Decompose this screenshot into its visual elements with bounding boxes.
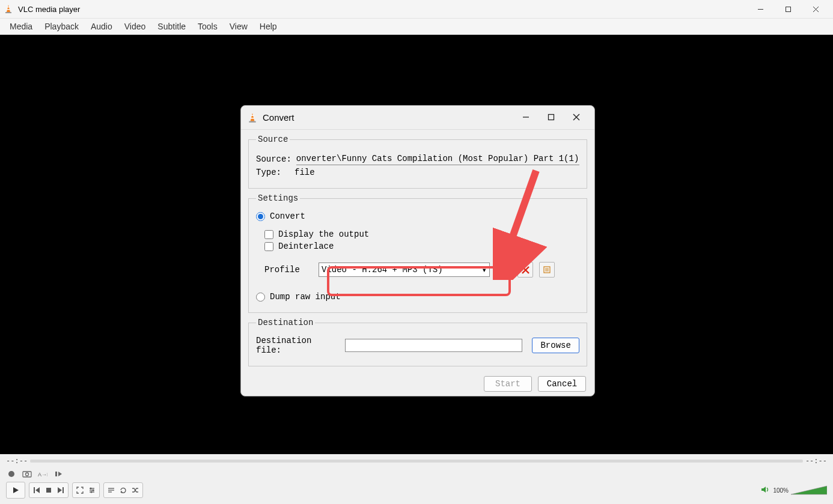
seek-slider[interactable] [30,460,803,463]
dialog-close-button[interactable] [568,112,585,123]
svg-marker-0 [7,5,10,12]
window-title: VLC media player [18,5,80,14]
source-group: Source Source: Type: file [248,135,587,189]
play-button[interactable] [6,482,25,499]
player-controls: A→B 100% [0,467,833,504]
minimize-icon [757,6,764,13]
start-button[interactable]: Start [484,376,532,392]
settings-legend: Settings [256,193,300,203]
extended-settings-button[interactable] [86,484,98,496]
profile-select[interactable]: Video - H.264 + MP3 (TS) ▾ [319,263,490,277]
deinterlace-checkbox[interactable] [264,242,273,251]
convert-radio[interactable] [256,212,265,221]
svg-point-8 [8,471,14,477]
svg-marker-29 [120,491,122,493]
dump-raw-radio[interactable] [256,293,265,302]
destination-file-label: Destination file: [256,336,340,355]
svg-rect-34 [249,121,255,122]
menu-view[interactable]: View [224,19,254,34]
svg-marker-14 [13,487,19,493]
play-icon [11,486,20,494]
svg-marker-13 [58,472,62,476]
vlc-cone-icon [4,4,13,14]
profile-label: Profile [264,265,313,275]
display-output-checkbox[interactable] [264,230,273,239]
delete-profile-button[interactable] [517,262,533,278]
svg-rect-3 [7,9,10,10]
close-icon [573,114,580,121]
menu-subtitle[interactable]: Subtitle [151,19,192,34]
convert-radio-label: Convert [270,211,305,221]
edit-profile-button[interactable] [496,262,511,278]
menu-tools[interactable]: Tools [192,19,224,34]
maximize-icon [548,114,555,121]
source-value[interactable] [296,153,579,165]
stop-button[interactable] [43,484,55,496]
snapshot-button[interactable] [22,469,32,479]
destination-group: Destination Destination file: Browse [248,318,587,366]
prev-button[interactable] [31,484,43,496]
cancel-button[interactable]: Cancel [538,376,586,392]
dialog-titlebar: Convert [241,106,594,130]
minimize-icon [522,114,529,121]
svg-rect-19 [63,487,64,493]
volume-percent: 100% [773,487,789,494]
dialog-footer: Start Cancel [241,371,594,396]
minimize-button[interactable] [746,0,774,18]
next-button[interactable] [55,484,67,496]
menu-media[interactable]: Media [4,19,38,34]
new-profile-button[interactable] [539,262,555,278]
display-output-label: Display the output [278,229,369,239]
destination-file-input[interactable] [345,339,522,352]
svg-marker-15 [35,487,40,493]
menu-video[interactable]: Video [118,19,152,34]
new-profile-icon [543,266,551,274]
vlc-cone-icon [247,112,258,123]
deinterlace-label: Deinterlace [278,241,334,251]
dump-raw-label: Dump raw input [270,292,341,302]
wrench-icon [499,266,508,275]
record-button[interactable] [6,469,17,479]
menu-playback[interactable]: Playback [38,19,85,34]
shuffle-button[interactable] [129,484,141,496]
svg-rect-38 [549,115,554,120]
loop-button[interactable] [117,484,129,496]
maximize-button[interactable] [774,0,802,18]
svg-marker-30 [761,487,766,493]
svg-point-25 [91,491,93,493]
svg-point-23 [90,488,92,490]
destination-legend: Destination [256,318,315,327]
x-icon [522,266,529,274]
profile-value: Video - H.264 + MP3 (TS) [322,265,443,275]
chevron-down-icon: ▾ [482,265,487,275]
titlebar: VLC media player [0,0,833,19]
fullscreen-button[interactable] [74,484,86,496]
speaker-icon[interactable] [761,485,770,496]
svg-rect-35 [251,115,254,116]
svg-point-24 [93,490,94,491]
svg-rect-5 [786,7,790,11]
volume-slider[interactable] [791,485,827,496]
svg-point-10 [26,473,29,476]
close-icon [813,6,819,13]
frame-step-button[interactable] [53,469,64,479]
time-total: --:-- [805,457,827,465]
playlist-button[interactable] [105,484,117,496]
close-button[interactable] [802,0,829,18]
atob-loop-button[interactable]: A→B [37,469,48,479]
source-label: Source: [256,154,291,164]
svg-rect-12 [55,472,57,476]
svg-rect-9 [23,472,31,477]
menubar: Media Playback Audio Video Subtitle Tool… [0,19,833,35]
dialog-maximize-button[interactable] [543,112,560,123]
dialog-minimize-button[interactable] [517,112,534,123]
time-elapsed: --:-- [6,457,28,465]
convert-dialog: Convert Source Source: Type: file Settin… [240,105,595,396]
browse-button[interactable]: Browse [532,338,579,353]
menu-help[interactable]: Help [254,19,283,34]
seek-bar: --:-- --:-- [0,454,833,467]
dialog-title: Convert [263,112,294,123]
svg-rect-17 [46,488,51,493]
svg-rect-16 [34,487,35,493]
menu-audio[interactable]: Audio [85,19,118,34]
